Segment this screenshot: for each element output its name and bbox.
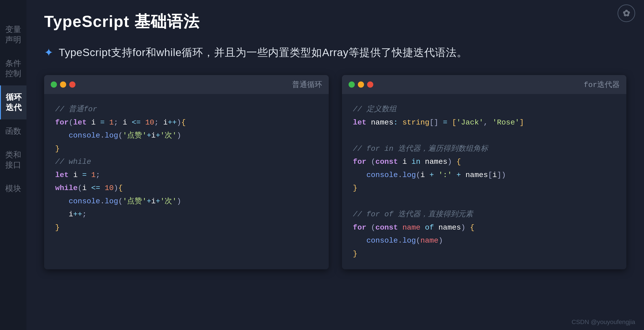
sidebar-item-variables[interactable]: 变量声明 xyxy=(0,18,26,52)
code-line: for (const name of names) { xyxy=(353,221,616,234)
panel-titlebar-1: 普通循环 xyxy=(44,75,329,94)
code-line: } xyxy=(55,142,318,156)
sidebar-item-functions[interactable]: 函数 xyxy=(0,119,26,143)
panel-title-1: 普通循环 xyxy=(292,80,322,90)
subtitle-icon: ✦ xyxy=(44,46,54,59)
code-line: while(i <= 10){ xyxy=(55,182,318,195)
code-line: console.log('点赞'+i+'次') xyxy=(55,195,318,208)
watermark: CSDN @youyoufengjia xyxy=(572,318,635,325)
traffic-lights-1 xyxy=(51,82,76,88)
subtitle-row: ✦ TypeScript支持for和while循环，并且为一些内置类型如Arra… xyxy=(44,46,626,60)
dot-green-2 xyxy=(348,82,355,88)
code-panel-for-iterator: for迭代器 // 定义数组 let names: string[] = ['J… xyxy=(342,75,626,269)
page-title: TypeScript 基础语法 xyxy=(44,11,626,32)
code-line: } xyxy=(353,182,616,195)
code-line xyxy=(353,129,616,142)
code-line: // 普通for xyxy=(55,103,318,116)
sidebar-item-loops[interactable]: 循环迭代 xyxy=(0,85,26,119)
code-line: console.log('点赞'+i+'次') xyxy=(55,129,318,142)
code-line xyxy=(353,195,616,208)
dot-red-1 xyxy=(69,82,76,88)
dot-red-2 xyxy=(367,82,373,88)
code-line: let names: string[] = ['Jack', 'Rose'] xyxy=(353,116,616,129)
code-panel-normal-loop: 普通循环 // 普通for for(let i = 1; i <= 10; i+… xyxy=(44,75,329,269)
sidebar-item-modules[interactable]: 模块 xyxy=(0,177,26,200)
code-line: } xyxy=(55,221,318,234)
subtitle-text: TypeScript支持for和while循环，并且为一些内置类型如Array等… xyxy=(59,46,468,60)
code-line: let i = 1; xyxy=(55,169,318,182)
panel-body-2: // 定义数组 let names: string[] = ['Jack', '… xyxy=(342,94,626,269)
logo: ✿ xyxy=(618,5,635,22)
code-line: for(let i = 1; i <= 10; i++){ xyxy=(55,116,318,129)
code-line: i++; xyxy=(55,208,318,221)
code-line: // 定义数组 xyxy=(353,103,616,116)
sidebar-item-classes[interactable]: 类和接口 xyxy=(0,143,26,177)
code-line: for (const i in names) { xyxy=(353,155,616,169)
traffic-lights-2 xyxy=(348,82,373,88)
main-content: TypeScript 基础语法 ✦ TypeScript支持for和while循… xyxy=(26,0,644,330)
code-line: console.log(i + ':' + names[i]) xyxy=(353,169,616,182)
panel-titlebar-2: for迭代器 xyxy=(342,75,626,94)
dot-yellow-2 xyxy=(358,82,364,88)
code-line: // for of 迭代器，直接得到元素 xyxy=(353,208,616,221)
panel-title-2: for迭代器 xyxy=(584,80,620,90)
panel-body-1: // 普通for for(let i = 1; i <= 10; i++){ c… xyxy=(44,94,329,243)
code-panels: 普通循环 // 普通for for(let i = 1; i <= 10; i+… xyxy=(44,75,626,269)
logo-icon: ✿ xyxy=(622,8,630,18)
sidebar: 变量声明 条件控制 循环迭代 函数 类和接口 模块 xyxy=(0,0,26,330)
code-line: } xyxy=(353,247,616,261)
sidebar-item-conditions[interactable]: 条件控制 xyxy=(0,52,26,86)
code-line: console.log(name) xyxy=(353,234,616,247)
dot-yellow-1 xyxy=(60,82,66,88)
code-line: // for in 迭代器，遍历得到数组角标 xyxy=(353,142,616,156)
code-line: // while xyxy=(55,155,318,169)
dot-green-1 xyxy=(51,82,57,88)
